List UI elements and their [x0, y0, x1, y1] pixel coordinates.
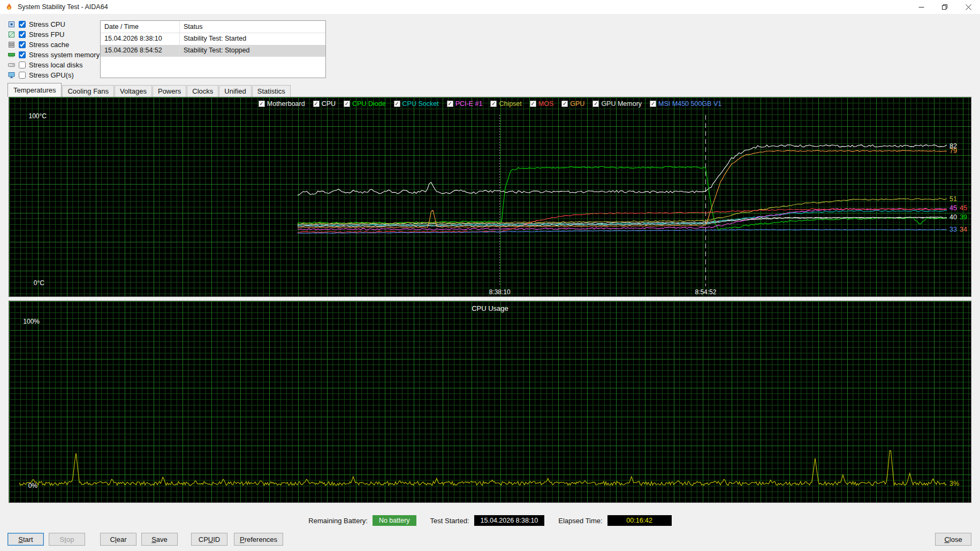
temperature-chart-panel: ✓Motherboard✓CPU✓CPU Diode✓CPU Socket✓PC… — [9, 97, 971, 297]
legend-checkbox[interactable]: ✓ — [447, 101, 453, 107]
log-table-header: Date / Time Status — [101, 21, 325, 33]
stress-cpu-checkbox[interactable] — [19, 21, 26, 28]
elapsed-time-label: Elapsed Time: — [558, 517, 602, 525]
stress-option-stress-local-disks[interactable]: Stress local disks — [7, 60, 100, 70]
legend-item-cpu-socket[interactable]: ✓CPU Socket — [394, 100, 439, 108]
stress-fpu-checkbox[interactable] — [19, 31, 26, 38]
stress-local-disks-checkbox[interactable] — [19, 62, 26, 68]
legend-item-cpu-diode[interactable]: ✓CPU Diode — [344, 100, 386, 108]
cache-icon — [7, 41, 16, 49]
stress-option-label: Stress local disks — [29, 61, 82, 69]
log-column-datetime[interactable]: Date / Time — [101, 21, 180, 33]
battery-badge: No battery — [373, 515, 416, 526]
tab-cooling-fans[interactable]: Cooling Fans — [62, 85, 114, 97]
tab-temperatures[interactable]: Temperatures — [7, 83, 62, 97]
tabstrip: TemperaturesCooling FansVoltagesPowersCl… — [7, 83, 291, 97]
stress-option-label: Stress system memory — [29, 51, 100, 59]
restore-icon — [941, 4, 948, 10]
stress-cache-checkbox[interactable] — [19, 41, 26, 48]
legend-label: MOS — [538, 100, 553, 108]
stress-option-stress-system-memory[interactable]: Stress system memory — [7, 50, 100, 60]
legend-item-gpu[interactable]: ✓GPU — [561, 100, 584, 108]
cpu-icon — [7, 20, 16, 28]
temperature-chart: 8:38:108:54:52100°C0°C827951454540393334 — [9, 97, 971, 296]
log-row[interactable]: 15.04.2026 8:54:52Stability Test: Stoppe… — [101, 45, 325, 57]
legend-item-mos[interactable]: ✓MOS — [530, 100, 553, 108]
legend-item-chipset[interactable]: ✓Chipset — [490, 100, 521, 108]
legend-label: GPU Memory — [601, 100, 642, 108]
stress-gpu-s-checkbox[interactable] — [19, 72, 26, 79]
restore-button[interactable] — [933, 0, 956, 14]
legend-checkbox[interactable]: ✓ — [259, 101, 265, 107]
stress-option-label: Stress CPU — [29, 20, 65, 28]
current-value-label: 51 — [949, 195, 957, 203]
legend-checkbox[interactable]: ✓ — [530, 101, 536, 107]
minimize-icon — [918, 4, 924, 10]
legend-checkbox[interactable]: ✓ — [561, 101, 568, 107]
window-title: System Stability Test - AIDA64 — [18, 3, 108, 11]
gpu-icon — [7, 71, 16, 79]
current-value-label: 39 — [960, 213, 967, 221]
legend-label: CPU Socket — [402, 100, 439, 108]
legend-label: PCI-E #1 — [455, 100, 483, 108]
stress-option-stress-cache[interactable]: Stress cache — [7, 40, 100, 50]
legend-checkbox[interactable]: ✓ — [313, 101, 320, 107]
legend-label: MSI M450 500GB V1 — [658, 100, 721, 108]
stress-option-stress-cpu[interactable]: Stress CPU — [7, 19, 100, 29]
legend-item-gpu-memory[interactable]: ✓GPU Memory — [592, 100, 642, 108]
stress-system-memory-checkbox[interactable] — [19, 51, 26, 58]
legend-checkbox[interactable]: ✓ — [394, 101, 400, 107]
clear-button[interactable]: Clear — [100, 533, 136, 546]
close-window-button[interactable] — [956, 0, 980, 14]
log-status: Stability Test: Started — [180, 33, 325, 45]
legend-item-msi-m450-500gb-v1[interactable]: ✓MSI M450 500GB V1 — [650, 100, 721, 108]
cpuid-button[interactable]: CPUID — [191, 533, 227, 546]
stop-button[interactable]: Stop — [49, 533, 85, 546]
app-icon — [5, 3, 13, 11]
legend-item-cpu[interactable]: ✓CPU — [313, 100, 336, 108]
event-log-table: Date / Time Status 15.04.2026 8:38:10Sta… — [100, 20, 326, 78]
current-value-label: 40 — [949, 213, 957, 221]
disk-icon — [7, 61, 16, 69]
close-button[interactable]: Close — [935, 533, 971, 546]
current-value-label: 79 — [949, 147, 957, 155]
current-value-label: 45 — [949, 204, 957, 212]
test-started-badge: 15.04.2026 8:38:10 — [474, 515, 545, 526]
legend-checkbox[interactable]: ✓ — [490, 101, 497, 107]
log-datetime: 15.04.2026 8:38:10 — [101, 33, 180, 45]
stress-option-label: Stress cache — [29, 41, 69, 49]
log-column-status[interactable]: Status — [180, 21, 325, 33]
tab-voltages[interactable]: Voltages — [115, 85, 152, 97]
tab-statistics[interactable]: Statistics — [252, 85, 291, 97]
cpu-usage-chart-panel: CPU Usage100%0%3% — [9, 301, 971, 503]
current-value-label: 3% — [949, 480, 959, 487]
test-started-label: Test Started: — [430, 517, 469, 525]
temperature-legend: ✓Motherboard✓CPU✓CPU Diode✓CPU Socket✓PC… — [9, 100, 971, 108]
y-min-label: 0% — [28, 482, 38, 489]
minimize-button[interactable] — [909, 0, 933, 14]
y-max-label: 100% — [23, 318, 40, 325]
legend-checkbox[interactable]: ✓ — [344, 101, 350, 107]
tab-powers[interactable]: Powers — [153, 85, 186, 97]
legend-checkbox[interactable]: ✓ — [650, 101, 656, 107]
log-datetime: 15.04.2026 8:54:52 — [101, 45, 180, 57]
stress-option-stress-gpu-s[interactable]: Stress GPU(s) — [7, 70, 100, 80]
legend-item-motherboard[interactable]: ✓Motherboard — [259, 100, 305, 108]
preferences-button[interactable]: Preferences — [234, 533, 283, 546]
tab-clocks[interactable]: Clocks — [187, 85, 218, 97]
legend-label: CPU Diode — [352, 100, 386, 108]
start-button[interactable]: Start — [7, 533, 44, 546]
legend-item-pci-e-1[interactable]: ✓PCI-E #1 — [447, 100, 483, 108]
legend-label: Motherboard — [267, 100, 305, 108]
button-bar: StartStopClearSaveCPUIDPreferencesClose — [7, 532, 971, 546]
current-value-label: 34 — [960, 226, 967, 233]
y-max-label: 100°C — [29, 112, 47, 120]
tab-unified[interactable]: Unified — [219, 85, 251, 97]
current-value-label: 45 — [960, 204, 967, 212]
log-row[interactable]: 15.04.2026 8:38:10Stability Test: Starte… — [101, 33, 325, 45]
save-button[interactable]: Save — [141, 533, 178, 546]
legend-label: Chipset — [499, 100, 521, 108]
stress-option-stress-fpu[interactable]: Stress FPU — [7, 29, 100, 40]
legend-checkbox[interactable]: ✓ — [592, 101, 599, 107]
titlebar: System Stability Test - AIDA64 — [0, 0, 980, 14]
